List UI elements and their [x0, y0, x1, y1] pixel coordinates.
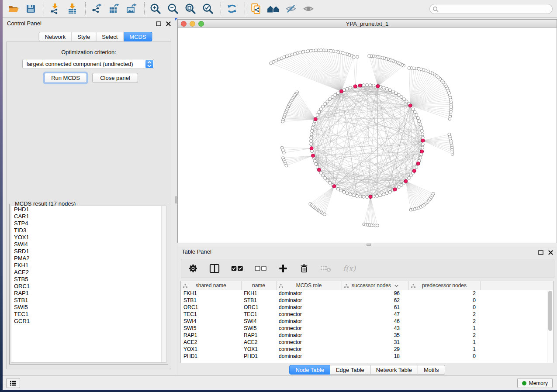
table-row[interactable]: RAP1RAP1dominator352 — [181, 332, 553, 339]
mcds-result-item[interactable]: FKH1 — [11, 262, 166, 269]
open-file-icon[interactable] — [7, 2, 20, 15]
table-scrollbar-thumb[interactable] — [548, 291, 552, 331]
add-column-icon[interactable] — [278, 262, 288, 275]
table-cell[interactable]: 47 — [342, 311, 408, 318]
mcds-result-item[interactable]: PHD1 — [11, 206, 166, 213]
table-cell[interactable]: 62 — [342, 297, 408, 304]
table-cell[interactable]: 0 — [408, 297, 480, 304]
import-table-icon[interactable] — [66, 2, 79, 15]
close-panel-button[interactable]: Close panel — [92, 73, 138, 83]
save-session-icon[interactable] — [24, 2, 38, 15]
export-table-icon[interactable] — [107, 2, 121, 15]
table-row[interactable]: STB1STB1dominator620 — [181, 297, 553, 304]
mcds-result-item[interactable]: TID3 — [11, 227, 166, 234]
table-cell[interactable]: 1 — [408, 346, 480, 353]
table-row[interactable]: ACE2ACE2connector311 — [181, 339, 553, 346]
mcds-result-item[interactable]: STP4 — [11, 220, 166, 227]
table-cell[interactable]: dominator — [276, 353, 342, 360]
close-panel-icon[interactable] — [547, 249, 554, 255]
table-cell[interactable]: 2 — [408, 311, 480, 318]
table-cell[interactable]: PHD1 — [181, 353, 241, 360]
table-cell[interactable]: connector — [276, 325, 342, 332]
table-cell[interactable]: ORC1 — [241, 304, 276, 311]
zoom-fit-icon[interactable] — [184, 2, 197, 15]
mcds-result-item[interactable]: SWI5 — [11, 304, 166, 311]
mcds-result-item[interactable]: YOX1 — [11, 234, 166, 241]
mcds-result-item[interactable]: TEC1 — [11, 311, 166, 318]
table-cell[interactable]: SWI5 — [241, 325, 276, 332]
table-row[interactable]: PHD1PHD1dominator180 — [181, 353, 553, 360]
table-cell[interactable]: SWI4 — [181, 318, 241, 325]
zoom-selected-icon[interactable] — [201, 2, 214, 15]
mcds-result-item[interactable]: STB5 — [11, 276, 166, 283]
column-header-shared-name[interactable]: shared name — [181, 281, 241, 290]
table-cell[interactable]: dominator — [276, 290, 342, 297]
mcds-result-item[interactable]: RAP1 — [11, 290, 166, 297]
table-row[interactable]: TEC1TEC1connector472 — [181, 311, 553, 318]
memory-button[interactable]: Memory — [517, 378, 553, 388]
zoom-out-icon[interactable] — [166, 2, 180, 15]
table-cell[interactable]: 35 — [342, 332, 408, 339]
zoom-in-icon[interactable] — [149, 2, 162, 15]
mcds-result-item[interactable]: ORC1 — [11, 283, 166, 290]
column-header-predecessor-nodes[interactable]: predecessor nodes — [408, 281, 480, 290]
table-cell[interactable]: dominator — [276, 318, 342, 325]
table-cell[interactable]: connector — [276, 346, 342, 353]
tab-style[interactable]: Style — [72, 32, 96, 41]
table-row[interactable]: SWI4SWI4dominator462 — [181, 318, 553, 325]
run-mcds-button[interactable]: Run MCDS — [44, 73, 87, 83]
mcds-result-item[interactable]: CAR1 — [11, 213, 166, 220]
clone-network-icon[interactable] — [249, 2, 263, 15]
mcds-list-scrollbar[interactable] — [161, 206, 166, 362]
table-cell[interactable]: SWI4 — [241, 318, 276, 325]
table-cell[interactable]: STB1 — [241, 297, 276, 304]
table-cell[interactable]: FKH1 — [241, 290, 276, 297]
splitter-handle[interactable] — [367, 244, 371, 246]
table-cell[interactable]: connector — [276, 311, 342, 318]
tab-mcds[interactable]: MCDS — [124, 32, 152, 41]
mcds-result-item[interactable]: SRD1 — [11, 248, 166, 255]
table-cell[interactable]: 1 — [408, 325, 480, 332]
table-cell[interactable]: ACE2 — [181, 339, 241, 346]
table-cell[interactable]: 46 — [342, 318, 408, 325]
show-column-panel-icon[interactable] — [209, 262, 220, 275]
table-cell[interactable]: dominator — [276, 297, 342, 304]
column-header-successor-nodes[interactable]: successor nodes — [342, 281, 408, 290]
table-cell[interactable]: 96 — [342, 290, 408, 297]
table-cell[interactable]: TEC1 — [181, 311, 241, 318]
optimization-criterion-select[interactable]: largest connected component (undirected) — [22, 59, 154, 69]
table-cell[interactable]: ORC1 — [181, 304, 241, 311]
table-cell[interactable]: 1 — [408, 339, 480, 346]
table-cell[interactable]: SWI5 — [181, 325, 241, 332]
table-options-icon[interactable] — [188, 262, 198, 275]
mcds-result-item[interactable]: STB1 — [11, 297, 166, 304]
export-image-icon[interactable] — [125, 2, 138, 15]
table-cell[interactable]: 18 — [342, 353, 408, 360]
table-cell[interactable]: 0 — [408, 353, 480, 360]
table-cell[interactable]: 29 — [342, 346, 408, 353]
float-panel-icon[interactable] — [538, 249, 544, 255]
horizontal-splitter[interactable] — [177, 243, 557, 247]
table-row[interactable]: FKH1FKH1dominator962 — [181, 290, 553, 297]
table-cell[interactable]: YOX1 — [181, 346, 241, 353]
close-panel-icon[interactable] — [165, 21, 171, 27]
select-all-icon[interactable] — [231, 262, 243, 275]
table-cell[interactable]: 31 — [342, 339, 408, 346]
mcds-result-item[interactable]: SWI4 — [11, 241, 166, 248]
mcds-result-item[interactable]: PMA2 — [11, 255, 166, 262]
tab-network[interactable]: Network — [39, 32, 72, 41]
export-network-icon[interactable] — [90, 2, 103, 15]
show-all-icon[interactable] — [302, 2, 315, 15]
mcds-result-item[interactable]: ACE2 — [11, 269, 166, 276]
tab-network-table[interactable]: Network Table — [370, 365, 418, 375]
search-input[interactable] — [440, 6, 545, 12]
tab-select[interactable]: Select — [96, 32, 124, 41]
mcds-result-item[interactable]: GCR1 — [11, 318, 166, 325]
table-cell[interactable]: 0 — [408, 304, 480, 311]
task-history-button[interactable] — [6, 378, 20, 388]
table-cell[interactable]: 2 — [408, 332, 480, 339]
deselect-all-icon[interactable] — [255, 262, 267, 275]
table-cell[interactable]: dominator — [276, 332, 342, 339]
search-field[interactable] — [429, 4, 553, 14]
float-panel-icon[interactable] — [156, 21, 162, 27]
